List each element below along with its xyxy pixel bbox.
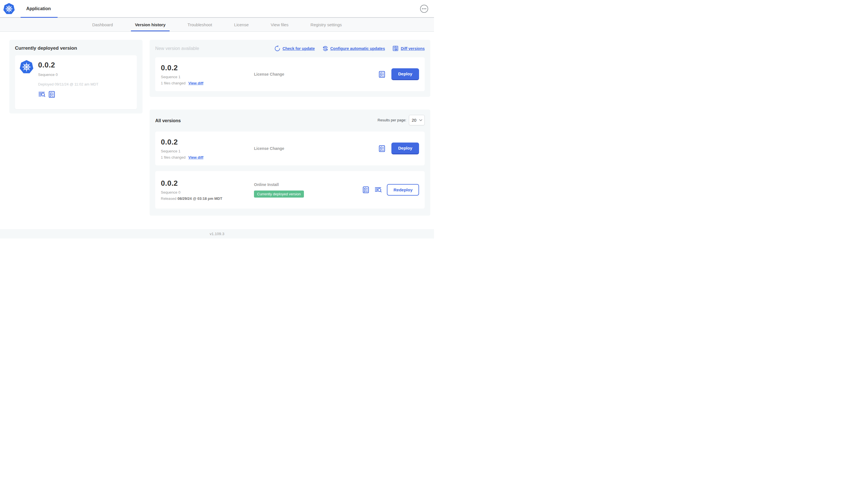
version-number: 0.0.2	[161, 138, 254, 147]
console-version: v1.109.3	[210, 232, 224, 236]
kubernetes-logo-icon	[3, 3, 15, 14]
view-diff-link[interactable]: View diff	[188, 81, 203, 85]
files-changed-text: 1 files changed	[161, 155, 185, 159]
tab-view-files[interactable]: View files	[271, 18, 288, 31]
results-per-page-select[interactable]: 20	[409, 115, 425, 125]
version-sequence: Sequence 0	[161, 190, 254, 195]
deploy-logs-icon[interactable]	[374, 186, 382, 193]
version-row: 0.0.2 Sequence 1 1 files changed View di…	[155, 131, 425, 166]
preflight-checks-icon[interactable]	[378, 145, 386, 152]
version-released-timestamp: Released08/29/24 @ 03:18 pm MDT	[161, 197, 254, 201]
app-tab-active-underline	[21, 17, 58, 18]
refresh-icon	[274, 46, 280, 52]
overflow-menu-button[interactable]	[420, 4, 429, 13]
currently-deployed-badge: Currently deployed version	[254, 190, 304, 198]
deployed-version-number: 0.0.2	[38, 61, 98, 69]
version-sequence: Sequence 1	[161, 149, 254, 153]
tab-troubleshoot[interactable]: Troubleshoot	[188, 18, 212, 31]
deploy-logs-icon[interactable]	[38, 91, 46, 98]
auto-update-clock-icon	[322, 46, 329, 52]
preflight-checks-icon[interactable]	[48, 91, 56, 98]
redeploy-button[interactable]: Redeploy	[387, 184, 419, 196]
files-changed-text: 1 files changed	[161, 81, 185, 85]
version-source-label: Online Install	[254, 182, 362, 187]
currently-deployed-title: Currently deployed version	[15, 46, 137, 51]
app-tab-application[interactable]: Application	[26, 0, 51, 17]
view-diff-link[interactable]: View diff	[188, 155, 203, 159]
app-header: Application	[0, 0, 434, 18]
results-per-page-label: Results per page:	[378, 118, 406, 122]
currently-deployed-version-card: 0.0.2 Sequence 0 Deployed 09/11/24 @ 11:…	[15, 55, 137, 109]
new-version-row: 0.0.2 Sequence 1 1 files changed View di…	[155, 57, 425, 91]
preflight-checks-icon[interactable]	[362, 186, 370, 193]
diff-versions-link[interactable]: Diff versions	[392, 45, 425, 52]
tab-registry-settings[interactable]: Registry settings	[310, 18, 342, 31]
tab-license[interactable]: License	[234, 18, 249, 31]
preflight-checks-icon[interactable]	[378, 70, 386, 78]
version-row: 0.0.2 Sequence 0 Released08/29/24 @ 03:1…	[155, 171, 425, 209]
currently-deployed-card: Currently deployed version 0.0.2 Sequ	[9, 40, 143, 114]
configure-automatic-updates-link[interactable]: Configure automatic updates	[322, 46, 385, 52]
version-source-label: License Change	[254, 72, 378, 77]
deployed-sequence: Sequence 0	[38, 72, 98, 77]
version-number: 0.0.2	[161, 179, 254, 188]
tab-dashboard[interactable]: Dashboard	[92, 18, 113, 31]
ellipsis-circle-icon	[420, 4, 429, 13]
new-version-panel: New version available Check for update	[150, 40, 430, 97]
version-number: 0.0.2	[161, 63, 254, 72]
version-sequence: Sequence 1	[161, 75, 254, 79]
app-icon	[20, 60, 33, 74]
tab-version-history[interactable]: Version history	[135, 18, 165, 31]
all-versions-title: All versions	[155, 117, 181, 123]
deployed-timestamp: Deployed 09/11/24 @ 11:02 am MDT	[38, 82, 98, 86]
check-for-update-link[interactable]: Check for update	[274, 46, 315, 52]
deploy-button[interactable]: Deploy	[392, 68, 419, 80]
diff-icon	[392, 45, 399, 52]
chevron-down-icon	[419, 119, 423, 121]
new-version-title: New version available	[155, 46, 199, 51]
deploy-button[interactable]: Deploy	[392, 143, 419, 154]
main-content: Currently deployed version 0.0.2 Sequ	[0, 32, 434, 216]
all-versions-panel: All versions Results per page: 20 0.0.2 …	[150, 110, 430, 216]
app-subnav: Dashboard Version history Troubleshoot L…	[0, 18, 434, 32]
version-source-label: License Change	[254, 146, 378, 151]
app-footer: v1.109.3	[0, 229, 434, 239]
